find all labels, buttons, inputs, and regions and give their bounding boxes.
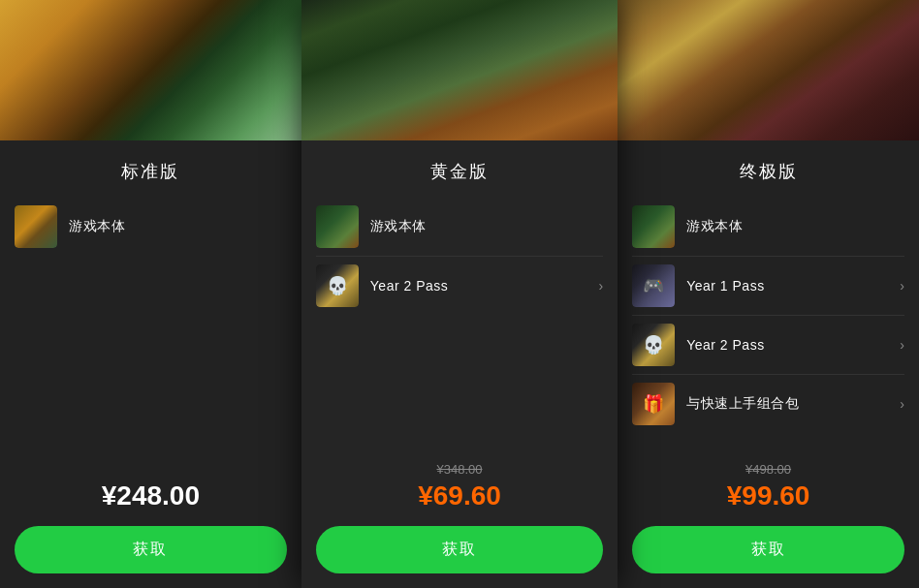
card-standard: 标准版 游戏本体 ¥248.00 获取: [0, 0, 301, 588]
item-label-year1-ultimate: Year 1 Pass: [686, 278, 892, 294]
price-section-ultimate: ¥498.00 ¥99.60: [618, 448, 919, 526]
items-list-standard: 游戏本体: [0, 198, 301, 332]
card-gold: 黄金版 游戏本体 💀 Year 2 Pass › ¥348.00 ¥69.60 …: [301, 0, 618, 588]
item-label-year2-ultimate: Year 2 Pass: [686, 337, 892, 353]
hero-image-standard: [0, 0, 301, 140]
current-price-gold: ¥69.60: [316, 480, 603, 511]
price-section-standard: ¥248.00: [0, 466, 301, 526]
item-label-game-ultimate: 游戏本体: [686, 218, 904, 235]
item-label-game: 游戏本体: [69, 218, 287, 235]
card-title-standard: 标准版: [0, 140, 301, 198]
get-button-gold[interactable]: 获取: [316, 526, 603, 573]
thumb-starter-ultimate: 🎁: [632, 383, 675, 425]
chevron-icon: ›: [900, 278, 904, 294]
price-section-gold: ¥348.00 ¥69.60: [301, 448, 618, 526]
thumb-year1-ultimate: 🎮: [632, 264, 675, 307]
thumb-game-ultimate: [632, 205, 675, 248]
current-price-standard: ¥248.00: [15, 480, 287, 511]
chevron-icon: ›: [900, 396, 904, 412]
list-item[interactable]: 🎮 Year 1 Pass ›: [632, 257, 904, 316]
current-price-ultimate: ¥99.60: [632, 480, 904, 511]
item-label-game-gold: 游戏本体: [370, 218, 603, 235]
original-price-ultimate: ¥498.00: [632, 462, 904, 477]
list-item: 游戏本体: [632, 198, 904, 257]
list-item: 游戏本体: [15, 198, 287, 256]
card-title-gold: 黄金版: [301, 140, 618, 198]
item-label-year2-gold: Year 2 Pass: [370, 278, 591, 294]
chevron-icon: ›: [599, 278, 604, 294]
thumb-game-standard: [15, 205, 57, 248]
thumb-game-gold: [316, 205, 359, 248]
items-list-gold: 游戏本体 💀 Year 2 Pass ›: [301, 198, 618, 323]
card-title-ultimate: 终极版: [618, 140, 919, 198]
cards-container: 标准版 游戏本体 ¥248.00 获取 黄金版 游戏本体: [0, 0, 919, 588]
get-button-standard[interactable]: 获取: [15, 526, 287, 573]
original-price-gold: ¥348.00: [316, 462, 603, 477]
card-ultimate: 终极版 游戏本体 🎮 Year 1 Pass › 💀 Year 2 Pass: [618, 0, 919, 588]
list-item[interactable]: 🎁 与快速上手组合包 ›: [632, 375, 904, 433]
item-label-starter-ultimate: 与快速上手组合包: [686, 395, 892, 413]
thumb-year2-ultimate: 💀: [632, 324, 675, 366]
items-list-ultimate: 游戏本体 🎮 Year 1 Pass › 💀 Year 2 Pass › 🎁: [618, 198, 919, 433]
list-item[interactable]: 💀 Year 2 Pass ›: [316, 257, 603, 315]
get-button-ultimate[interactable]: 获取: [632, 526, 904, 573]
chevron-icon: ›: [900, 337, 904, 353]
hero-image-ultimate: [618, 0, 919, 140]
list-item: 游戏本体: [316, 198, 603, 257]
thumb-year2-gold: 💀: [316, 264, 359, 307]
list-item[interactable]: 💀 Year 2 Pass ›: [632, 316, 904, 375]
hero-image-gold: [301, 0, 618, 140]
